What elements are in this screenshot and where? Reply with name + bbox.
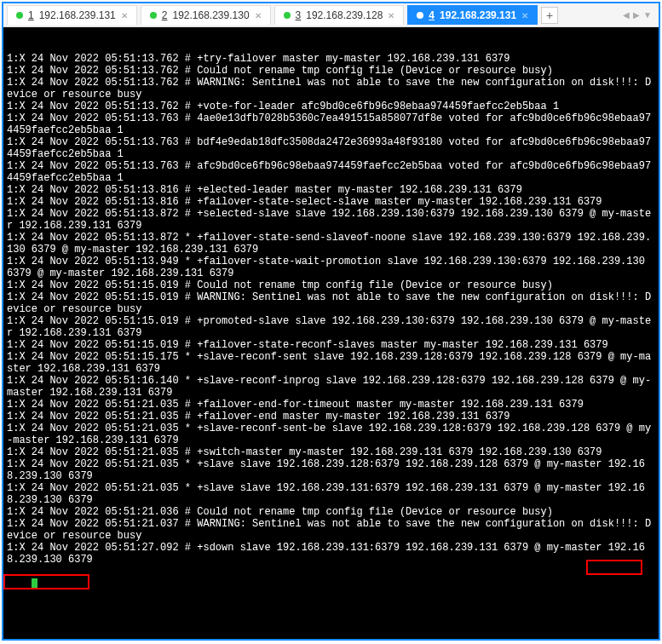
- terminal-line: 1:X 24 Nov 2022 05:51:21.037 # WARNING: …: [7, 518, 655, 542]
- close-icon[interactable]: ✕: [121, 11, 128, 20]
- tab-number: 3: [296, 9, 302, 21]
- prev-tab-icon[interactable]: ◀: [623, 10, 630, 20]
- tab-3[interactable]: 3 192.168.239.128 ✕: [274, 5, 405, 25]
- terminal-line: 1:X 24 Nov 2022 05:51:13.816 # +elected-…: [7, 184, 655, 196]
- tab-nav: ◀ ▶ ▼: [623, 10, 655, 20]
- tab-number: 4: [429, 9, 435, 21]
- tab-1[interactable]: 1 192.168.239.131 ✕: [7, 5, 137, 25]
- terminal-line: 1:X 24 Nov 2022 05:51:21.035 # +failover…: [7, 411, 655, 423]
- status-dot-icon: [284, 12, 291, 19]
- tab-number: 1: [28, 9, 34, 21]
- tab-2[interactable]: 2 192.168.239.130 ✕: [141, 5, 271, 25]
- tab-list-icon[interactable]: ▼: [643, 10, 652, 20]
- tab-label: 192.168.239.131: [39, 9, 116, 21]
- next-tab-icon[interactable]: ▶: [633, 10, 640, 20]
- terminal-line: 1:X 24 Nov 2022 05:51:15.019 # Could not…: [7, 279, 655, 291]
- terminal-line: 1:X 24 Nov 2022 05:51:15.019 # +promoted…: [7, 315, 655, 339]
- terminal-line: 1:X 24 Nov 2022 05:51:13.816 # +failover…: [7, 196, 655, 208]
- terminal-line: 1:X 24 Nov 2022 05:51:15.019 # WARNING: …: [7, 291, 655, 315]
- terminal-output[interactable]: 1:X 24 Nov 2022 05:51:13.762 # +try-fail…: [3, 27, 659, 639]
- close-icon[interactable]: ✕: [521, 11, 528, 20]
- terminal-line: 1:X 24 Nov 2022 05:51:21.036 # Could not…: [7, 506, 655, 518]
- terminal-content: 1:X 24 Nov 2022 05:51:13.762 # +try-fail…: [7, 53, 655, 566]
- status-dot-icon: [150, 12, 157, 19]
- terminal-line: 1:X 24 Nov 2022 05:51:15.175 * +slave-re…: [7, 351, 655, 375]
- terminal-line: 1:X 24 Nov 2022 05:51:21.035 # +failover…: [7, 399, 655, 411]
- status-dot-icon: [417, 12, 423, 19]
- terminal-line: 1:X 24 Nov 2022 05:51:13.763 # afc9bd0ce…: [7, 160, 655, 184]
- highlight-box: [3, 574, 89, 589]
- terminal-line: 1:X 24 Nov 2022 05:51:13.762 # WARNING: …: [7, 77, 655, 101]
- terminal-line: 1:X 24 Nov 2022 05:51:13.762 # Could not…: [7, 65, 655, 77]
- terminal-line: 1:X 24 Nov 2022 05:51:21.035 * +slave-re…: [7, 423, 655, 446]
- terminal-line: 1:X 24 Nov 2022 05:51:13.762 # +vote-for…: [7, 101, 655, 112]
- terminal-line: 1:X 24 Nov 2022 05:51:13.763 # 4ae0e13df…: [7, 112, 655, 136]
- terminal-line: 1:X 24 Nov 2022 05:51:13.762 # +try-fail…: [7, 53, 655, 65]
- tab-label: 192.168.239.128: [306, 9, 383, 21]
- terminal-line: 1:X 24 Nov 2022 05:51:16.140 * +slave-re…: [7, 375, 655, 399]
- add-tab-button[interactable]: +: [541, 7, 558, 24]
- terminal-line: 1:X 24 Nov 2022 05:51:21.035 # +switch-m…: [7, 446, 655, 458]
- terminal-line: 1:X 24 Nov 2022 05:51:13.763 # bdf4e9eda…: [7, 136, 655, 160]
- tab-4[interactable]: 4 192.168.239.131 ✕: [407, 5, 538, 25]
- app-frame: 1 192.168.239.131 ✕ 2 192.168.239.130 ✕ …: [2, 2, 660, 641]
- status-dot-icon: [16, 12, 23, 19]
- terminal-cursor: [32, 578, 37, 589]
- terminal-line: 1:X 24 Nov 2022 05:51:13.872 # +selected…: [7, 208, 655, 232]
- terminal-line: 1:X 24 Nov 2022 05:51:13.872 * +failover…: [7, 232, 655, 256]
- tab-bar: 1 192.168.239.131 ✕ 2 192.168.239.130 ✕ …: [3, 3, 659, 27]
- tab-label: 192.168.239.130: [172, 9, 249, 21]
- terminal-line: 1:X 24 Nov 2022 05:51:21.035 * +slave sl…: [7, 482, 655, 506]
- close-icon[interactable]: ✕: [388, 11, 394, 20]
- tab-label: 192.168.239.131: [440, 9, 516, 21]
- terminal-line: 1:X 24 Nov 2022 05:51:13.949 * +failover…: [7, 256, 655, 279]
- close-icon[interactable]: ✕: [255, 11, 262, 20]
- tab-number: 2: [162, 9, 168, 21]
- terminal-line: 1:X 24 Nov 2022 05:51:27.092 # +sdown sl…: [7, 542, 655, 566]
- terminal-line: 1:X 24 Nov 2022 05:51:15.019 # +failover…: [7, 339, 655, 351]
- terminal-line: 1:X 24 Nov 2022 05:51:21.035 * +slave sl…: [7, 458, 655, 482]
